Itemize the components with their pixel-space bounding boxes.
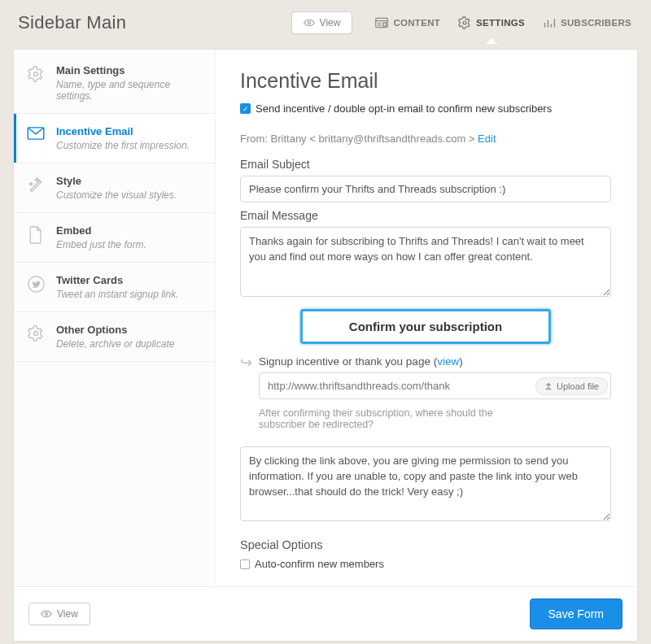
- sidebar-item-embed[interactable]: Embed Embed just the form.: [14, 213, 215, 263]
- sidebar-item-desc: Customize the visual styles.: [56, 189, 177, 201]
- sidebar-item-label: Main Settings: [56, 64, 202, 76]
- special-options-heading: Special Options: [240, 538, 611, 551]
- svg-point-14: [34, 332, 38, 336]
- edit-from-link[interactable]: Edit: [478, 133, 496, 145]
- document-icon: [27, 226, 45, 250]
- incentive-label-suffix: ): [459, 355, 463, 368]
- twitter-icon: [27, 276, 45, 300]
- nav-settings[interactable]: SETTINGS: [457, 11, 526, 34]
- from-text: From: Brittany < brittany@thriftsandthre…: [240, 133, 478, 145]
- panel-footer: View Save Form: [14, 586, 637, 641]
- sidebar-item-label: Other Options: [56, 324, 174, 336]
- footer-message-textarea[interactable]: By clicking the link above, you are givi…: [240, 446, 611, 521]
- send-incentive-label: Send incentive / double opt-in email to …: [256, 102, 552, 115]
- nav-content-label: CONTENT: [393, 18, 440, 28]
- redirect-hint: After confirming their subscription, whe…: [259, 407, 527, 430]
- sidebar-item-incentive-email[interactable]: Incentive Email Customize the first impr…: [14, 114, 215, 163]
- incentive-url-row: Upload file: [259, 372, 611, 399]
- checkbox-checked-icon: ✓: [240, 103, 251, 114]
- sidebar-item-desc: Delete, archive or duplicate: [56, 338, 174, 350]
- top-bar: Sidebar Main View CONTENT SETTINGS: [0, 0, 651, 49]
- bars-icon: [543, 17, 556, 28]
- sidebar-item-label: Twitter Cards: [56, 274, 179, 286]
- nav-content[interactable]: CONTENT: [374, 11, 442, 34]
- upload-file-label: Upload file: [557, 381, 599, 391]
- sidebar-item-desc: Customize the first impression.: [56, 140, 190, 151]
- save-form-button[interactable]: Save Form: [530, 598, 623, 629]
- sidebar-item-label: Embed: [56, 224, 146, 237]
- view-button-top[interactable]: View: [291, 11, 353, 34]
- view-button-label: View: [57, 608, 78, 620]
- page-header-title: Sidebar Main: [18, 12, 126, 33]
- view-button-bottom[interactable]: View: [28, 603, 90, 625]
- sidebar: Main Settings Name, type and sequence se…: [14, 50, 216, 586]
- sidebar-item-other-options[interactable]: Other Options Delete, archive or duplica…: [14, 312, 215, 362]
- page-title: Incentive Email: [240, 69, 611, 93]
- message-label: Email Message: [240, 209, 611, 222]
- eye-icon: [304, 19, 315, 27]
- upload-icon: [544, 382, 553, 390]
- auto-confirm-checkbox-row[interactable]: Auto-confirm new members: [240, 558, 611, 570]
- sidebar-item-desc: Embed just the form.: [56, 239, 146, 250]
- main-panel: Main Settings Name, type and sequence se…: [13, 49, 638, 642]
- svg-point-15: [45, 612, 47, 615]
- arrow-icon: ↪: [240, 354, 252, 372]
- message-textarea[interactable]: Thanks again for subscribing to Thrifts …: [240, 227, 611, 297]
- sidebar-item-desc: Tweet an instant signup link.: [56, 289, 179, 300]
- gear-icon: [27, 325, 45, 350]
- top-nav: CONTENT SETTINGS SUBSCRIBERS: [374, 11, 633, 34]
- svg-rect-5: [383, 23, 387, 26]
- view-button-label: View: [320, 17, 341, 28]
- content-area: Incentive Email ✓ Send incentive / doubl…: [216, 50, 637, 586]
- gear-icon: [458, 16, 471, 29]
- sidebar-item-desc: Name, type and sequence settings.: [56, 79, 202, 102]
- from-line: From: Brittany < brittany@thriftsandthre…: [240, 133, 611, 145]
- incentive-view-link[interactable]: view: [437, 355, 459, 368]
- incentive-label-prefix: Signup incentive or thank you page (: [259, 355, 437, 368]
- svg-point-11: [34, 72, 38, 76]
- top-right: View CONTENT SETTINGS SUBSCRIBERS: [291, 11, 633, 34]
- envelope-icon: [27, 127, 45, 151]
- sidebar-item-style[interactable]: Style Customize the visual styles.: [14, 163, 215, 213]
- content-icon: [375, 17, 388, 28]
- send-incentive-checkbox-row[interactable]: ✓ Send incentive / double opt-in email t…: [240, 102, 611, 115]
- checkbox-unchecked-icon: [240, 559, 250, 569]
- incentive-label: Signup incentive or thank you page (view…: [259, 355, 611, 368]
- sidebar-item-label: Style: [56, 175, 177, 187]
- svg-point-6: [463, 21, 466, 24]
- sidebar-item-label: Incentive Email: [56, 125, 190, 137]
- sidebar-item-twitter-cards[interactable]: Twitter Cards Tweet an instant signup li…: [14, 263, 215, 312]
- nav-settings-label: SETTINGS: [476, 18, 525, 28]
- nav-subscribers-label: SUBSCRIBERS: [561, 18, 631, 28]
- subject-input[interactable]: [240, 176, 611, 202]
- subject-label: Email Subject: [240, 158, 611, 171]
- wand-icon: [27, 176, 45, 201]
- upload-file-button[interactable]: Upload file: [535, 377, 608, 395]
- eye-icon: [41, 610, 52, 618]
- confirm-subscription-button[interactable]: Confirm your subscription: [300, 309, 551, 344]
- gear-icon: [27, 66, 45, 102]
- auto-confirm-label: Auto-confirm new members: [255, 558, 384, 570]
- sidebar-item-main-settings[interactable]: Main Settings Name, type and sequence se…: [14, 50, 215, 114]
- nav-subscribers[interactable]: SUBSCRIBERS: [541, 11, 633, 34]
- svg-point-0: [308, 21, 310, 24]
